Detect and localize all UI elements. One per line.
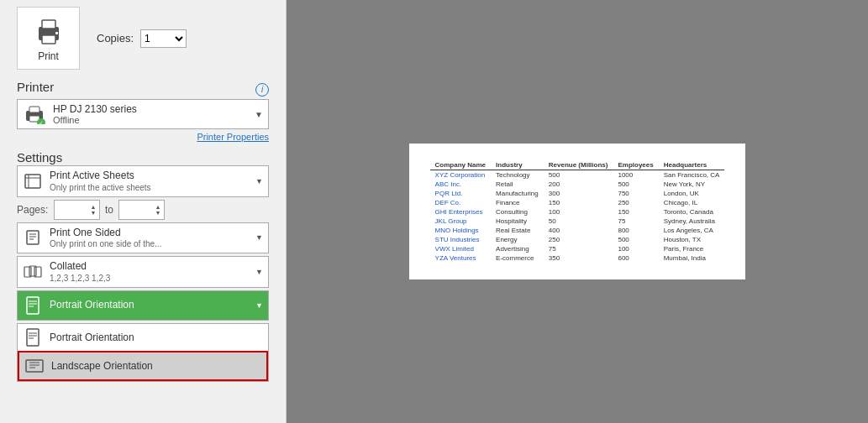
table-cell: Manufacturing xyxy=(491,189,544,198)
print-button[interactable]: Print xyxy=(17,7,80,70)
preview-page: Company Name Industry Revenue (Millions)… xyxy=(409,144,746,279)
table-cell: 500 xyxy=(544,170,613,180)
svg-rect-18 xyxy=(34,267,41,277)
one-sided-title: Print One Sided xyxy=(50,227,255,240)
left-panel: Print Copies: 1 2 3 Printer i ✓ xyxy=(0,0,286,423)
table-cell: Toronto, Canada xyxy=(659,207,725,217)
pages-from-input[interactable] xyxy=(55,202,88,217)
pages-from-up[interactable]: ▲ xyxy=(88,204,98,210)
landscape-option-icon xyxy=(24,356,45,376)
portrait-orientation-icon xyxy=(23,295,43,316)
table-cell: 100 xyxy=(544,207,613,217)
table-cell: XYZ Corporation xyxy=(430,170,491,180)
right-panel: Company Name Industry Revenue (Millions)… xyxy=(287,0,868,423)
pages-to-box: ▲ ▼ xyxy=(118,200,165,220)
printer-icon-area: ✓ xyxy=(23,104,46,124)
table-cell: 100 xyxy=(613,244,658,253)
table-cell: 250 xyxy=(544,235,613,244)
portrait-orientation-arrow: ▼ xyxy=(255,301,263,310)
table-row: YZA VenturesE-commerce350600Mumbai, Indi… xyxy=(430,253,725,263)
active-sheets-subtitle: Only print the active sheets xyxy=(50,183,255,193)
svg-rect-1 xyxy=(42,20,55,29)
table-cell: VWX Limited xyxy=(430,244,491,253)
setting-one-sided[interactable]: Print One Sided Only print on one side o… xyxy=(17,222,269,254)
printer-status: Offline xyxy=(53,115,255,125)
pages-label: Pages: xyxy=(17,204,49,216)
portrait-option-label: Portrait Orientation xyxy=(50,332,134,343)
portrait-option-icon xyxy=(23,327,43,347)
svg-rect-16 xyxy=(24,267,31,277)
active-sheets-arrow: ▼ xyxy=(255,177,263,185)
printer-dropdown-arrow: ▼ xyxy=(255,110,263,119)
table-cell: MNO Holdings xyxy=(430,226,491,235)
pages-from-down[interactable]: ▼ xyxy=(88,210,98,216)
table-row: PQR Ltd.Manufacturing300750London, UK xyxy=(430,189,725,198)
pages-to-input[interactable] xyxy=(119,202,153,217)
pages-to-spinners: ▲ ▼ xyxy=(153,204,163,216)
svg-text:✓: ✓ xyxy=(39,120,44,124)
table-cell: Real Estate xyxy=(491,226,544,235)
table-cell: Houston, TX xyxy=(659,235,725,244)
collated-arrow: ▼ xyxy=(255,268,263,276)
print-area: Print Copies: 1 2 3 xyxy=(17,0,269,80)
table-cell: 400 xyxy=(544,226,613,235)
table-cell: 500 xyxy=(613,235,658,244)
pages-from-spinners: ▲ ▼ xyxy=(88,204,98,216)
active-sheets-icon xyxy=(23,171,43,191)
table-cell: Los Angeles, CA xyxy=(659,226,725,235)
table-cell: YZA Ventures xyxy=(430,253,491,263)
svg-rect-9 xyxy=(25,175,40,188)
table-row: ABC Inc.Retail200500New York, NY xyxy=(430,180,725,189)
table-cell: JKL Group xyxy=(430,217,491,226)
orientation-portrait-option[interactable]: Portrait Orientation xyxy=(18,324,268,351)
table-cell: Advertising xyxy=(491,244,544,253)
table-cell: STU Industries xyxy=(430,235,491,244)
table-cell: E-commerce xyxy=(491,253,544,263)
pages-to-up[interactable]: ▲ xyxy=(153,204,163,210)
table-cell: Paris, France xyxy=(659,244,725,253)
table-cell: Hospitality xyxy=(491,217,544,226)
table-cell: Chicago, IL xyxy=(659,198,725,207)
table-cell: New York, NY xyxy=(659,180,725,189)
table-cell: 300 xyxy=(544,189,613,198)
table-row: STU IndustriesEnergy250500Houston, TX xyxy=(430,235,725,244)
copies-area: Copies: 1 2 3 xyxy=(97,29,187,48)
printer-properties-link[interactable]: Printer Properties xyxy=(17,132,269,142)
table-row: VWX LimitedAdvertising75100Paris, France xyxy=(430,244,725,253)
portrait-orientation-text: Portrait Orientation xyxy=(50,299,255,312)
settings-section-header: Settings xyxy=(17,150,62,164)
table-cell: 50 xyxy=(544,217,613,226)
col-header-revenue: Revenue (Millions) xyxy=(544,160,613,170)
preview-table: Company Name Industry Revenue (Millions)… xyxy=(430,160,725,263)
table-cell: Retail xyxy=(491,180,544,189)
one-sided-text: Print One Sided Only print on one side o… xyxy=(50,227,255,250)
setting-portrait-orientation[interactable]: Portrait Orientation ▼ xyxy=(17,290,269,321)
table-cell: DEF Co. xyxy=(430,198,491,207)
table-cell: 350 xyxy=(544,253,613,263)
setting-active-sheets[interactable]: Print Active Sheets Only print the activ… xyxy=(17,165,269,197)
one-sided-subtitle: Only print on one side of the... xyxy=(50,239,255,249)
table-cell: Energy xyxy=(491,235,544,244)
portrait-orientation-title: Portrait Orientation xyxy=(50,299,255,312)
col-header-employees: Employees xyxy=(613,160,658,170)
table-cell: 75 xyxy=(544,244,613,253)
printer-header-row: Printer i xyxy=(17,80,269,99)
orientation-landscape-option[interactable]: Landscape Orientation xyxy=(18,351,268,381)
pages-to-down[interactable]: ▼ xyxy=(153,210,163,216)
printer-selector[interactable]: ✓ HP DJ 2130 series Offline ▼ xyxy=(17,99,269,129)
pages-from-box: ▲ ▼ xyxy=(54,200,100,220)
table-row: GHI EnterprisesConsulting100150Toronto, … xyxy=(430,207,725,217)
svg-rect-12 xyxy=(27,231,39,244)
setting-collated[interactable]: Collated 1,2,3 1,2,3 1,2,3 ▼ xyxy=(17,256,269,288)
info-icon[interactable]: i xyxy=(255,83,269,97)
table-cell: Technology xyxy=(491,170,544,180)
collated-title: Collated xyxy=(50,260,255,274)
settings-section: Settings Print Active Sheets Only print … xyxy=(17,150,269,415)
print-icon xyxy=(32,15,66,49)
printer-section-header: Printer xyxy=(17,80,54,94)
table-cell: Mumbai, India xyxy=(659,253,725,263)
copies-select[interactable]: 1 2 3 xyxy=(140,29,187,48)
svg-rect-23 xyxy=(27,329,39,346)
table-cell: 500 xyxy=(613,180,658,189)
col-header-company: Company Name xyxy=(430,160,491,170)
